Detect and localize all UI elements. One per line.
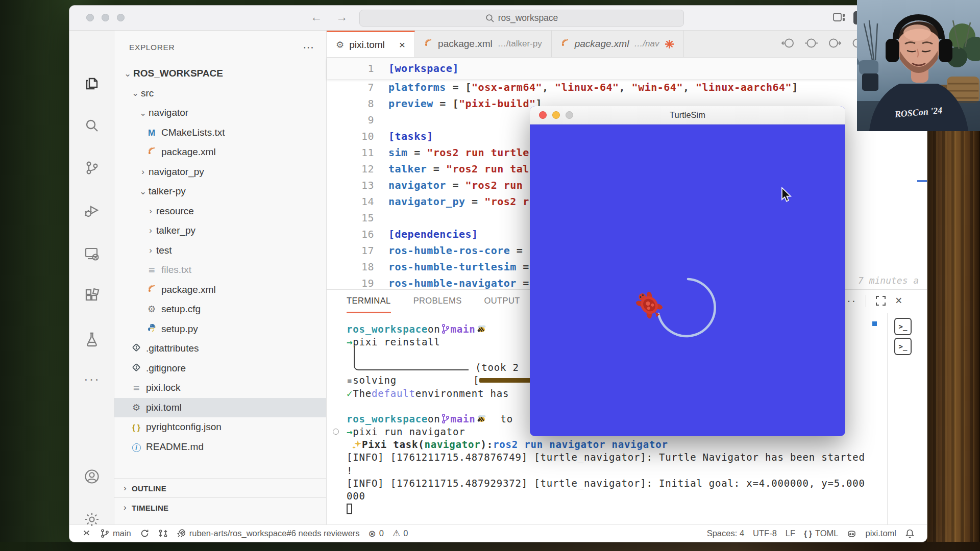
tree-item-pixi-toml[interactable]: ⚙pixi.toml <box>114 398 326 418</box>
remote-explorer-icon[interactable] <box>84 245 100 262</box>
tree-item--gitattributes[interactable]: .gitattributes <box>114 339 326 359</box>
editor-tab-package.xml-2[interactable]: package.xml…/nav <box>552 31 684 57</box>
more-icon[interactable]: ··· <box>84 371 100 388</box>
turtlesim-window[interactable]: TurtleSim <box>530 106 845 436</box>
tree-item-test[interactable]: ›test <box>114 241 326 261</box>
statusbar-left-main[interactable]: main <box>100 529 131 538</box>
run-debug-icon[interactable] <box>84 203 100 219</box>
editor-tab-pixi.toml[interactable]: ⚙pixi.toml× <box>327 31 415 57</box>
statusbar-left-ruben-arts-ros-workspace#6-n[interactable]: ruben-arts/ros_workspace#6 needs reviewe… <box>177 529 360 538</box>
tree-item-label: pixi.lock <box>146 382 181 393</box>
statusbar-left-0[interactable]: ⚠0 <box>393 529 408 538</box>
xml-file-icon <box>145 146 158 158</box>
terminal-line-10: [INFO] [1761211715.487876749] [turtle_na… <box>347 451 927 464</box>
circle-arrow-right-icon[interactable] <box>827 36 842 51</box>
statusbar-left-compare[interactable] <box>158 529 168 538</box>
tree-item-navigator-py[interactable]: ›navigator_py <box>114 162 326 182</box>
statusbar-left-0[interactable]: ⊗0 <box>369 529 384 538</box>
forward-arrow-icon[interactable]: → <box>336 10 348 24</box>
tree-item-talker-py[interactable]: ›talker_py <box>114 221 326 241</box>
statusbar-left-sync[interactable] <box>140 529 150 538</box>
statusbar-left-remote[interactable] <box>82 529 91 538</box>
source-control-icon[interactable] <box>84 160 100 176</box>
statusbar-label: 0 <box>379 529 384 538</box>
editor-tab-package.xml-1[interactable]: package.xml…/talker-py <box>415 31 552 57</box>
testing-icon[interactable] <box>84 331 100 347</box>
prompt-duration-line <box>354 346 469 370</box>
tree-item-package-xml[interactable]: package.xml <box>114 280 326 300</box>
layout-icon[interactable] <box>833 13 845 22</box>
editor-actions <box>781 36 865 51</box>
tree-item-readme-md[interactable]: iREADME.md <box>114 437 326 457</box>
circle-dash-icon[interactable] <box>804 36 819 51</box>
tree-item-setup-cfg[interactable]: ⚙setup.cfg <box>114 299 326 319</box>
command-decoration-icon[interactable] <box>333 429 339 435</box>
explorer-more-icon[interactable]: ⋯ <box>303 41 314 54</box>
maximize-icon[interactable] <box>875 295 886 306</box>
turtlesim-titlebar[interactable]: TurtleSim <box>530 106 845 124</box>
terminal-instance-1[interactable]: >_ <box>894 318 912 335</box>
mouse-cursor <box>781 187 793 204</box>
minimize-button[interactable] <box>552 111 560 119</box>
close-icon[interactable]: × <box>399 39 405 51</box>
tree-item-cmakelists-txt[interactable]: MCMakeLists.txt <box>114 123 326 143</box>
tree-item-talker-py[interactable]: ⌄talker-py <box>114 182 326 202</box>
tree-item-files-txt[interactable]: ≡files.txt <box>114 260 326 280</box>
section-label: TIMELINE <box>132 504 168 512</box>
info-file-icon: i <box>130 441 143 453</box>
gear-file-icon: ⚙ <box>145 304 158 315</box>
back-arrow-icon[interactable]: ← <box>310 10 322 24</box>
extensions-icon[interactable] <box>84 288 100 305</box>
statusbar-label: UTF-8 <box>753 529 777 538</box>
sidebar-section-outline[interactable]: › OUTLINE <box>114 478 326 498</box>
statusbar-right-pixi-toml[interactable]: pixi.toml <box>865 529 896 538</box>
search-icon[interactable] <box>84 117 100 134</box>
tab-terminal[interactable]: TERMINAL <box>347 296 391 313</box>
close-icon[interactable]: × <box>895 294 902 308</box>
close-button[interactable] <box>86 14 94 21</box>
sticky-scroll-line: 1 [workspace] <box>327 58 927 79</box>
terminal-instance-2[interactable]: >_ <box>894 338 912 355</box>
overview-ruler-mark <box>917 180 927 182</box>
tree-item--gitignore[interactable]: .gitignore <box>114 359 326 379</box>
tree-item-label: navigator_py <box>149 166 204 178</box>
sidebar-section-timeline[interactable]: › TIMELINE <box>114 497 326 517</box>
tree-item-label: pyrightconfig.json <box>146 421 222 433</box>
account-icon[interactable] <box>84 468 100 485</box>
close-button[interactable] <box>539 111 547 119</box>
tab-problems[interactable]: PROBLEMS <box>413 296 462 313</box>
error-icon: ⊗ <box>369 529 376 538</box>
zoom-button[interactable] <box>566 111 573 119</box>
statusbar-right-copilot[interactable] <box>847 529 856 538</box>
statusbar-label: TOML <box>815 529 839 538</box>
tree-item-pixi-lock[interactable]: ≡pixi.lock <box>114 378 326 398</box>
cmake-file-icon: M <box>145 127 158 138</box>
statusbar-right-bell[interactable] <box>905 529 915 538</box>
settings-gear-icon[interactable] <box>84 511 100 528</box>
circle-arrow-left-icon[interactable] <box>781 36 796 51</box>
minimize-button[interactable] <box>102 14 109 21</box>
tab-output[interactable]: OUTPUT <box>484 296 520 313</box>
tree-item-label: src <box>141 88 154 99</box>
tab-label: package.xml <box>438 38 493 49</box>
explorer-icon[interactable] <box>84 76 100 92</box>
code-line-7: 7platforms = ["osx-arm64", "linux-64", "… <box>327 79 927 95</box>
tree-item-resource[interactable]: ›resource <box>114 202 326 221</box>
tree-item-setup-py[interactable]: setup.py <box>114 319 326 339</box>
tree-item-package-xml[interactable]: package.xml <box>114 142 326 162</box>
terminal-line-12: [INFO] [1761211715.487929372] [turtle_na… <box>347 477 927 489</box>
remote-icon <box>82 529 91 538</box>
tree-item-pyrightconfig-json[interactable]: { }pyrightconfig.json <box>114 417 326 437</box>
statusbar-right-utf-8[interactable]: UTF-8 <box>753 529 777 538</box>
command-center[interactable]: ros_workspace <box>359 10 684 27</box>
tree-item-src[interactable]: ⌄src <box>114 84 326 104</box>
tree-item-ros-workspace[interactable]: ⌄ROS_WORKSPACE <box>114 64 326 84</box>
xml-file-icon <box>424 38 433 49</box>
statusbar-right-lf[interactable]: LF <box>786 529 795 538</box>
turtle <box>632 287 666 322</box>
tree-item-navigator[interactable]: ⌄navigator <box>114 103 326 123</box>
webcam-overlay: ROSCon '24 <box>857 0 980 131</box>
statusbar-right-spaces-4[interactable]: Spaces: 4 <box>707 529 744 538</box>
statusbar-right-toml[interactable]: { }TOML <box>804 529 838 538</box>
zoom-button[interactable] <box>117 14 125 21</box>
